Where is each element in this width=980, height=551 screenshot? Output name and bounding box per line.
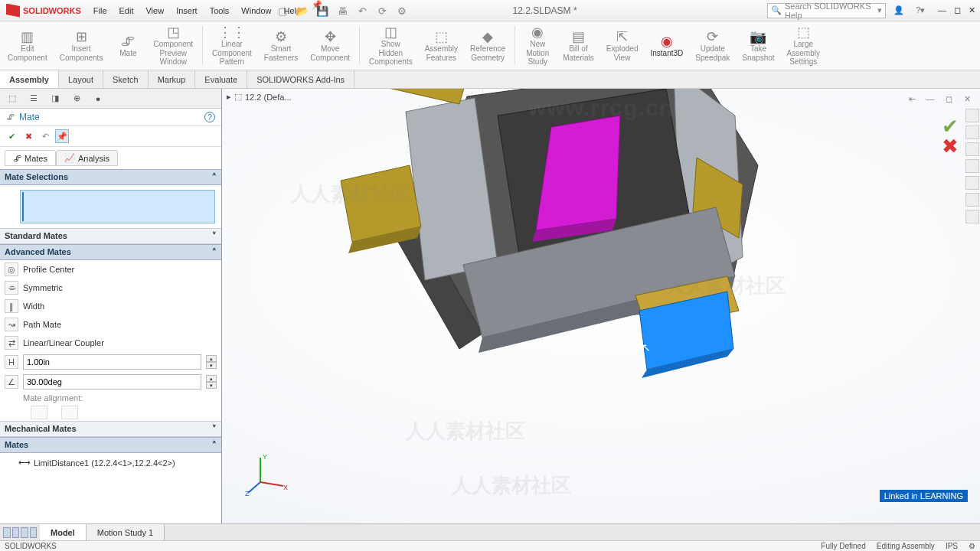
distance-spinner[interactable]: ▴▾ xyxy=(206,355,217,369)
mate-selection-box[interactable] xyxy=(20,190,215,223)
help-badge-icon[interactable]: ? xyxy=(204,112,215,122)
pushpin-button[interactable]: 📌 xyxy=(55,129,69,143)
close-button[interactable]: ✕ xyxy=(969,5,975,15)
large-assembly-icon: ⬚ xyxy=(797,24,810,40)
ribbon-smart-fasteners[interactable]: ⚙Smart Fasteners xyxy=(260,23,302,68)
ribbon-edit-component[interactable]: ▥Edit Component xyxy=(3,23,52,68)
maximize-button[interactable]: ◻ xyxy=(954,5,961,15)
expand-icon: ˅ xyxy=(212,424,217,434)
tab-assembly[interactable]: Assembly xyxy=(0,70,59,88)
path-mate-icon: ↝ xyxy=(5,318,18,331)
minimize-button[interactable]: — xyxy=(938,5,946,15)
graphics-viewport[interactable]: ▸ ⬚ 12.2 (Defa... ⤢ 🔍 ↶ ◪ ▭▾ ◳▾ ●▾ ◐ ⚙▾ … xyxy=(222,89,980,530)
ribbon-mate[interactable]: 🖇Mate xyxy=(110,23,145,68)
align-same-icon[interactable] xyxy=(31,406,47,419)
edit-component-icon: ▥ xyxy=(21,29,34,44)
help-search[interactable]: 🔍 Search SOLIDWORKS Help ▾ xyxy=(767,3,886,18)
tab-addins[interactable]: SOLIDWORKS Add-Ins xyxy=(247,70,354,88)
qat-undo-icon[interactable]: ↶ xyxy=(355,4,369,18)
status-units[interactable]: IPS xyxy=(946,542,958,550)
ribbon-instant3d[interactable]: ◉Instant3D xyxy=(645,23,688,68)
ribbon-new-motion-study[interactable]: ◉New Motion Study xyxy=(520,23,555,68)
ribbon-assembly-features[interactable]: ⬚Assembly Features xyxy=(420,23,462,68)
qat-print-icon[interactable]: 🖶 xyxy=(335,4,349,18)
menu-tools[interactable]: Tools xyxy=(204,0,236,21)
mate-item[interactable]: ⟷LimitDistance1 (12.2.4<1>,12.2.4<2>) xyxy=(5,456,217,469)
menu-view[interactable]: View xyxy=(139,0,170,21)
menu-file[interactable]: File xyxy=(87,0,113,21)
status-gear-icon[interactable]: ⚙ xyxy=(969,542,975,550)
qat-open-icon[interactable]: 📂 xyxy=(296,4,309,18)
tab-nav-buttons[interactable] xyxy=(0,527,40,538)
property-manager-panel: ⬚ ☰ ◨ ⊕ ● 🖇 Mate ? ✔ ✖ ↶ 📌 🖇Mates 📈Analy… xyxy=(0,89,222,530)
tab-motion-study[interactable]: Motion Study 1 xyxy=(87,524,165,541)
ribbon-insert-components[interactable]: ⊞Insert Components xyxy=(55,23,108,68)
ribbon-exploded-view[interactable]: ⇱Exploded View xyxy=(602,23,643,68)
ribbon-component-preview[interactable]: ◳Component Preview Window xyxy=(149,23,198,68)
menu-insert[interactable]: Insert xyxy=(170,0,204,21)
speedpak-icon: ⟳ xyxy=(707,29,718,44)
ribbon-reference-geometry[interactable]: ◆Reference Geometry xyxy=(466,23,510,68)
fm-display-icon[interactable]: ⊕ xyxy=(69,91,84,106)
instant3d-icon: ◉ xyxy=(661,34,673,49)
status-bar: SOLIDWORKS Fully Defined Editing Assembl… xyxy=(0,540,980,551)
profile-center-icon: ◎ xyxy=(5,262,18,276)
adv-symmetric[interactable]: ⌯Symmetric xyxy=(0,279,221,297)
expand-icon: ˅ xyxy=(212,231,217,241)
search-dropdown-icon[interactable]: ▾ xyxy=(877,5,882,15)
adv-profile-center[interactable]: ◎Profile Center xyxy=(0,260,221,279)
ribbon-bom[interactable]: ▤Bill of Materials xyxy=(558,23,599,68)
section-mates[interactable]: Mates˄ xyxy=(0,437,221,453)
undo-button[interactable]: ↶ xyxy=(38,129,52,143)
subtab-analysis[interactable]: 📈Analysis xyxy=(56,150,118,166)
svg-line-20 xyxy=(248,482,260,493)
ribbon-update-speedpak[interactable]: ⟳Update Speedpak xyxy=(691,23,734,68)
search-placeholder: Search SOLIDWORKS Help xyxy=(785,2,874,20)
menu-window[interactable]: Window xyxy=(235,0,277,21)
tab-layout[interactable]: Layout xyxy=(59,70,103,88)
angle-input[interactable] xyxy=(23,374,201,390)
ribbon-separator xyxy=(202,26,203,65)
qat-save-icon[interactable]: 💾 xyxy=(315,4,329,18)
adv-width[interactable]: ‖Width xyxy=(0,297,221,315)
adv-path-mate[interactable]: ↝Path Mate xyxy=(0,315,221,334)
distance-icon: H xyxy=(5,355,18,369)
tab-model[interactable]: Model xyxy=(40,524,87,541)
tab-markup[interactable]: Markup xyxy=(149,70,196,88)
feature-manager-tabs: ⬚ ☰ ◨ ⊕ ● xyxy=(0,89,221,109)
distance-input[interactable] xyxy=(23,354,201,370)
help-icon[interactable]: ?▾ xyxy=(913,4,927,18)
section-mate-selections[interactable]: Mate Selections˄ xyxy=(0,169,221,185)
ok-button[interactable]: ✔ xyxy=(5,129,18,143)
angle-spinner[interactable]: ▴▾ xyxy=(206,375,217,389)
svg-text:Y: Y xyxy=(263,453,267,461)
ribbon-large-assembly[interactable]: ⬚Large Assembly Settings xyxy=(782,23,825,68)
mates-list: ⟷LimitDistance1 (12.2.4<1>,12.2.4<2>) xyxy=(0,453,221,472)
align-anti-icon[interactable] xyxy=(61,406,78,419)
alignment-options xyxy=(0,404,221,421)
cancel-button[interactable]: ✖ xyxy=(21,129,35,143)
fm-appearance-icon[interactable]: ● xyxy=(90,91,106,106)
section-advanced-mates[interactable]: Advanced Mates˄ xyxy=(0,244,221,260)
ribbon-move-component[interactable]: ✥Move Component xyxy=(305,23,354,68)
section-mechanical-mates[interactable]: Mechanical Mates˅ xyxy=(0,421,221,437)
ribbon-show-hidden[interactable]: ◫Show Hidden Components xyxy=(364,23,417,68)
section-standard-mates[interactable]: Standard Mates˅ xyxy=(0,228,221,244)
subtab-mates[interactable]: 🖇Mates xyxy=(5,150,56,166)
ribbon-linear-pattern[interactable]: ⋮⋮Linear Component Pattern xyxy=(207,23,256,68)
quick-access-toolbar: ▢ 📂 💾 🖶 ↶ ⟳ ⚙ xyxy=(276,2,409,20)
qat-new-icon[interactable]: ▢ xyxy=(276,4,289,18)
adv-linear-coupler[interactable]: ⇄Linear/Linear Coupler xyxy=(0,334,221,352)
fm-config-icon[interactable]: ◨ xyxy=(47,91,63,106)
fm-property-icon[interactable]: ☰ xyxy=(26,91,41,106)
menu-edit[interactable]: Edit xyxy=(113,0,140,21)
tab-sketch[interactable]: Sketch xyxy=(103,70,149,88)
ribbon-take-snapshot[interactable]: 📷Take Snapshot xyxy=(737,23,779,68)
fm-tree-icon[interactable]: ⬚ xyxy=(5,91,20,106)
titlebar-icons: 👤 ?▾ xyxy=(886,4,933,18)
qat-options-icon[interactable]: ⚙ xyxy=(395,4,409,18)
user-icon[interactable]: 👤 xyxy=(892,4,906,18)
insert-components-icon: ⊞ xyxy=(76,29,87,44)
tab-evaluate[interactable]: Evaluate xyxy=(195,70,247,88)
qat-rebuild-icon[interactable]: ⟳ xyxy=(375,4,389,18)
